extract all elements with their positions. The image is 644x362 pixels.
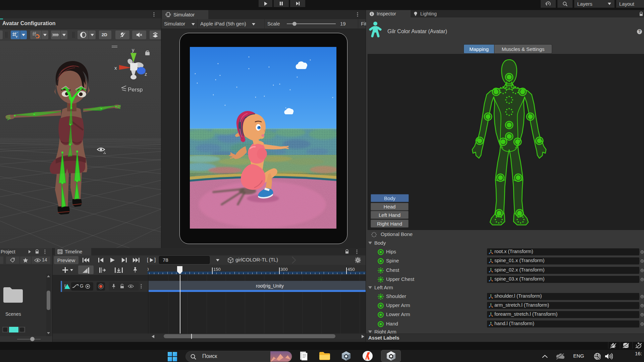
svg-text:x: x — [114, 65, 117, 71]
svg-text:y: y — [132, 47, 135, 53]
svg-text:Persp: Persp — [128, 86, 143, 93]
svg-text:Y: Y — [16, 35, 18, 38]
